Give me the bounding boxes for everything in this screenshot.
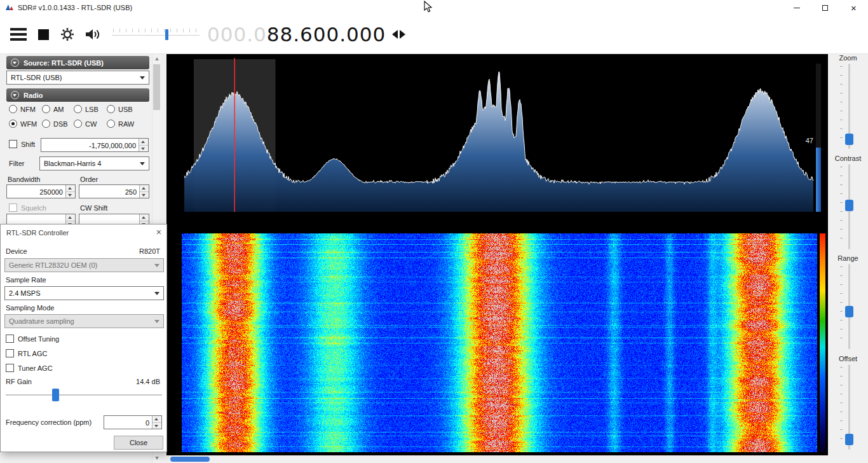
volume-slider-thumb[interactable]	[165, 29, 168, 40]
spin-up-button[interactable]	[140, 185, 149, 192]
tuner-agc-checkbox[interactable]	[6, 364, 14, 372]
mode-usb[interactable]: USB	[107, 105, 144, 113]
collapse-icon	[11, 59, 19, 67]
minimize-button[interactable]	[782, 0, 811, 15]
order-input[interactable]: 250	[79, 184, 149, 198]
filter-label: Filter	[9, 160, 24, 167]
vslider-zoom: Zoom	[828, 54, 868, 153]
shift-checkbox[interactable]	[9, 140, 17, 148]
close-button[interactable]: ×	[839, 0, 868, 15]
vslider-thumb[interactable]	[845, 306, 853, 317]
dialog-title: RTL-SDR Controller	[6, 229, 69, 237]
spin-down-button[interactable]	[153, 423, 161, 429]
svg-text:90.000M: 90.000M	[693, 213, 737, 225]
device-value: R820T	[139, 247, 160, 255]
filter-select[interactable]: Blackman-Harris 4	[39, 156, 149, 170]
vslider-track[interactable]	[838, 164, 858, 249]
collapse-icon	[11, 91, 19, 99]
radio-button	[107, 120, 115, 128]
toolbar: 000.088.600.000	[0, 15, 868, 54]
offset-tuning-checkbox[interactable]	[6, 335, 14, 343]
dialog-close-action-button[interactable]: Close	[114, 436, 163, 450]
spectrum-vscrollbar-thumb[interactable]	[816, 148, 821, 212]
waterfall-zoom-scrollbar[interactable]	[166, 455, 828, 463]
tuner-agc-label: Tuner AGC	[18, 364, 53, 372]
mode-label: CW	[85, 120, 97, 128]
dialog-titlebar[interactable]: RTL-SDR Controller ×	[1, 225, 166, 241]
mode-cw[interactable]: CW	[74, 120, 107, 128]
source-panel-header[interactable]: Source: RTL-SDR (USB)	[6, 56, 149, 69]
settings-button[interactable]	[60, 27, 75, 42]
sampling-mode-value: Quadrature sampling	[9, 317, 74, 325]
mode-label: AM	[53, 106, 64, 113]
scroll-down-button[interactable]	[153, 453, 161, 463]
spin-up-button[interactable]	[153, 416, 161, 423]
spin-down-button[interactable]	[140, 192, 149, 198]
radio-panel-header[interactable]: Radio	[6, 88, 149, 102]
spin-up-button[interactable]	[140, 214, 149, 221]
waterfall-canvas[interactable]	[182, 233, 817, 452]
bandwidth-input[interactable]: 250000	[6, 184, 76, 198]
spin-up-button[interactable]	[66, 185, 75, 192]
waterfall-display[interactable]	[166, 230, 828, 455]
dialog-close-button[interactable]: ×	[156, 228, 161, 237]
shift-input[interactable]: -1,750,000,000	[41, 138, 149, 152]
source-device-select[interactable]: RTL-SDR (USB)	[6, 71, 149, 85]
vslider-thumb[interactable]	[845, 134, 853, 145]
spectrum-vscrollbar[interactable]	[816, 64, 821, 212]
rf-gain-slider-thumb[interactable]	[52, 389, 59, 401]
audio-button[interactable]	[85, 27, 101, 41]
rf-gain-slider[interactable]	[4, 387, 163, 403]
window-title: SDR# v1.0.0.1433 - RTL-SDR (USB)	[18, 4, 132, 11]
frequency-ghost-digits[interactable]: 000.0	[207, 25, 267, 45]
svg-text:90.250M: 90.250M	[774, 213, 818, 225]
stop-button[interactable]	[38, 29, 49, 40]
vslider-label: Offset	[828, 355, 868, 363]
vslider-thumb[interactable]	[845, 434, 853, 445]
menu-button[interactable]	[10, 28, 27, 41]
offset-tuning-label: Offset Tuning	[18, 335, 59, 343]
hscrollbar-thumb[interactable]	[170, 457, 210, 462]
vslider-thumb[interactable]	[845, 200, 853, 211]
mode-wfm[interactable]: WFM	[9, 120, 42, 128]
spectrum-scroll-value: 47	[806, 137, 813, 144]
vslider-track[interactable]	[838, 364, 858, 450]
spin-down-button[interactable]	[66, 192, 75, 198]
source-device-value: RTL-SDR (USB)	[11, 74, 62, 81]
svg-text:88.500M: 88.500M	[202, 213, 247, 225]
spectrum-display[interactable]: 0-5-10-15-20-25-30-35-40-45-50-55-60-65-…	[166, 54, 828, 230]
maximize-button[interactable]	[811, 0, 839, 15]
sample-rate-select[interactable]: 2.4 MSPS	[4, 286, 164, 300]
frequency-digits[interactable]: 88.600.000	[267, 25, 386, 45]
vslider-track[interactable]	[838, 64, 858, 149]
squelch-label: Squelch	[21, 204, 46, 212]
step-down-button[interactable]	[392, 30, 398, 39]
rtl-agc-checkbox[interactable]	[6, 349, 14, 357]
spin-up-button[interactable]	[66, 214, 75, 221]
squelch-checkbox[interactable]	[9, 204, 17, 212]
mode-label: RAW	[118, 120, 134, 128]
vslider-track[interactable]	[838, 264, 858, 349]
vslider-contrast: Contrast	[828, 155, 868, 253]
freq-correction-input[interactable]: 0	[104, 415, 162, 429]
device-name: Generic RTL2832U OEM (0)	[9, 261, 97, 269]
titlebar[interactable]: SDR# v1.0.0.1433 - RTL-SDR (USB) ×	[0, 0, 868, 15]
step-up-button[interactable]	[400, 30, 405, 39]
scroll-up-button[interactable]	[153, 54, 161, 64]
radio-button	[74, 105, 82, 113]
svg-text:89.750M: 89.750M	[611, 213, 655, 225]
slider-groove	[6, 394, 162, 396]
mode-nfm[interactable]: NFM	[9, 105, 42, 113]
mode-dsb[interactable]: DSB	[42, 120, 74, 128]
spin-up-button[interactable]	[139, 139, 148, 146]
volume-ticks	[113, 29, 198, 32]
chevron-down-icon	[140, 162, 145, 165]
mode-lsb[interactable]: LSB	[74, 105, 107, 113]
spin-down-button[interactable]	[139, 146, 148, 152]
mode-raw[interactable]: RAW	[107, 120, 144, 128]
mode-am[interactable]: AM	[42, 105, 74, 113]
chevron-down-icon	[140, 76, 145, 79]
vslider-ticks	[840, 367, 843, 447]
scrollbar-thumb[interactable]	[153, 64, 160, 110]
volume-slider[interactable]	[112, 27, 200, 42]
